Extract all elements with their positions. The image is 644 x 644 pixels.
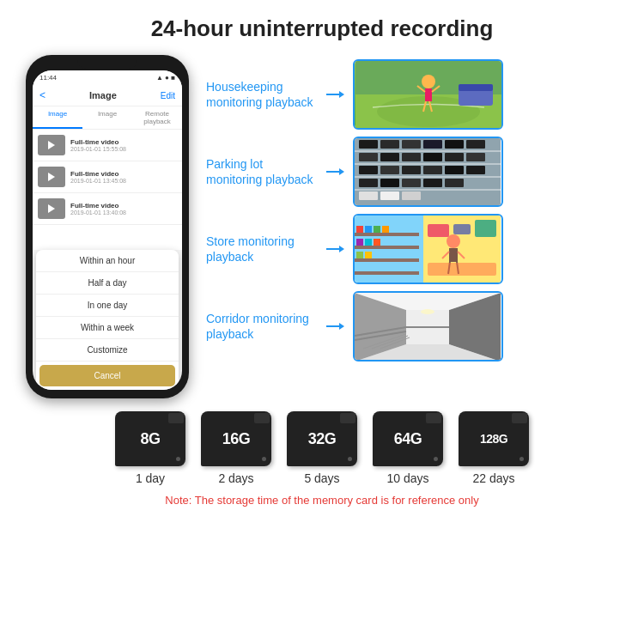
svg-rect-48	[355, 258, 419, 262]
sd-size-128g: 128G	[480, 432, 507, 446]
monitoring-item-2: Parking lot monitoring playback	[206, 137, 627, 207]
video-title-2: Full-time video	[70, 170, 177, 178]
monitoring-image-1	[353, 59, 503, 130]
phone-mockup: 11:44 ▲ ● ■ < Image Edit Image Image Rem…	[26, 55, 189, 398]
monitoring-label-4: Corridor monitoring playback	[206, 311, 318, 342]
storage-card-8g: 8G 1 day	[115, 411, 185, 485]
dropdown-item-1[interactable]: Within an hour	[36, 250, 179, 272]
sd-dot-32g	[348, 457, 352, 461]
video-thumb-3	[38, 198, 65, 219]
phone-dropdown: Within an hour Half a day In one day Wit…	[36, 250, 179, 390]
sd-dot-128g	[519, 457, 524, 461]
phone-notch	[77, 55, 137, 69]
storage-card-64g: 64G 10 days	[373, 411, 443, 485]
video-info-3: Full-time video 2019-01-01 13:40:08	[70, 202, 177, 216]
phone-container: 11:44 ▲ ● ■ < Image Edit Image Image Rem…	[17, 55, 197, 398]
svg-rect-37	[402, 179, 421, 187]
sd-card-32g: 32G	[287, 411, 357, 466]
dropdown-item-4[interactable]: Within a week	[36, 317, 179, 339]
video-item-1[interactable]: Full-time video 2019-01-01 15:55:08	[33, 130, 182, 161]
monitoring-item-4: Corridor monitoring playback	[206, 291, 627, 361]
phone-status-bar: 11:44 ▲ ● ■	[33, 70, 182, 85]
play-icon-1	[48, 141, 55, 149]
svg-point-3	[422, 75, 435, 88]
video-title-3: Full-time video	[70, 202, 177, 210]
storage-card-16g: 16G 2 days	[201, 411, 271, 485]
phone-screen: 11:44 ▲ ● ■ < Image Edit Image Image Rem…	[33, 70, 182, 390]
monitoring-label-1: Housekeeping monitoring playback	[206, 79, 318, 110]
svg-rect-65	[428, 224, 449, 237]
svg-rect-47	[355, 246, 419, 249]
svg-rect-53	[382, 226, 389, 233]
edit-button[interactable]: Edit	[161, 91, 175, 100]
main-content: 11:44 ▲ ● ■ < Image Edit Image Image Rem…	[0, 55, 644, 398]
svg-rect-29	[359, 166, 378, 174]
svg-rect-41	[380, 191, 399, 200]
connector-line-1	[326, 94, 339, 95]
svg-rect-33	[445, 166, 464, 174]
connector-arrow-2	[339, 168, 344, 175]
play-icon-3	[48, 204, 55, 213]
svg-rect-50	[356, 226, 363, 233]
svg-rect-20	[423, 140, 442, 149]
svg-rect-66	[453, 224, 471, 234]
connector-3	[326, 246, 344, 252]
svg-rect-54	[356, 239, 363, 246]
sd-size-64g: 64G	[394, 430, 422, 448]
sd-card-64g: 64G	[373, 411, 443, 466]
connector-line-4	[326, 325, 339, 327]
svg-rect-40	[359, 191, 378, 200]
sd-card-16g: 16G	[201, 411, 271, 466]
video-thumb-2	[38, 167, 65, 187]
svg-rect-52	[374, 226, 380, 233]
svg-rect-31	[402, 166, 421, 174]
video-title-1: Full-time video	[70, 138, 177, 146]
back-button[interactable]: <	[39, 89, 46, 101]
video-item-2[interactable]: Full-time video 2019-01-01 13:45:08	[33, 161, 182, 193]
svg-rect-60	[449, 248, 458, 262]
video-info-2: Full-time video 2019-01-01 13:45:08	[70, 170, 177, 184]
phone-nav-bar: < Image Edit	[33, 85, 182, 106]
svg-rect-22	[466, 140, 485, 149]
monitoring-area: Housekeeping monitoring playback	[206, 55, 627, 398]
svg-rect-10	[459, 84, 493, 91]
connector-4	[326, 323, 344, 330]
page-title: 24-hour uninterrupted recording	[9, 15, 635, 42]
svg-rect-32	[423, 166, 442, 174]
dropdown-item-2[interactable]: Half a day	[36, 272, 179, 295]
video-date-1: 2019-01-01 15:55:08	[70, 146, 177, 152]
svg-rect-30	[380, 166, 399, 174]
svg-point-82	[421, 309, 434, 314]
svg-rect-36	[380, 179, 399, 187]
svg-rect-17	[359, 140, 378, 149]
sd-size-16g: 16G	[222, 430, 251, 448]
dropdown-cancel-button[interactable]: Cancel	[39, 365, 175, 386]
svg-rect-4	[425, 88, 432, 101]
sd-card-128g: 128G	[459, 411, 529, 466]
storage-days-128g: 22 days	[472, 471, 514, 485]
svg-rect-68	[428, 263, 496, 276]
svg-rect-42	[402, 191, 421, 200]
monitoring-image-4	[353, 291, 503, 361]
tab-remote-playback[interactable]: Remote playback	[132, 106, 182, 129]
tab-image[interactable]: Image	[33, 106, 82, 129]
storage-days-8g: 1 day	[136, 471, 165, 485]
video-info-1: Full-time video 2019-01-01 15:55:08	[70, 138, 177, 152]
connector-arrow-4	[339, 323, 344, 330]
sd-dot-16g	[262, 457, 266, 461]
svg-rect-21	[445, 140, 464, 149]
phone-time: 11:44	[39, 74, 57, 82]
storage-days-16g: 2 days	[218, 471, 253, 485]
svg-rect-19	[402, 140, 421, 149]
tab-image2[interactable]: Image	[82, 106, 132, 129]
connector-1	[326, 91, 344, 98]
video-item-3[interactable]: Full-time video 2019-01-01 13:40:08	[33, 193, 182, 225]
sd-size-32g: 32G	[308, 430, 337, 448]
housekeeping-svg	[355, 60, 501, 129]
dropdown-item-5[interactable]: Customize	[36, 339, 179, 361]
corridor-svg	[355, 293, 501, 361]
dropdown-item-3[interactable]: In one day	[36, 295, 179, 317]
storage-days-64g: 10 days	[386, 471, 428, 485]
svg-rect-23	[359, 153, 378, 161]
svg-rect-26	[423, 153, 442, 161]
